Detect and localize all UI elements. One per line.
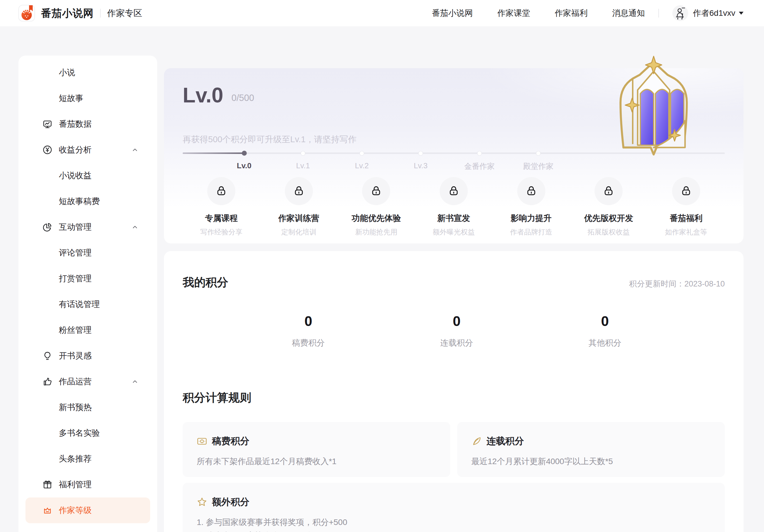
points-title: 我的积分 (183, 274, 228, 290)
sidebar-item-inspiration[interactable]: 开书灵感 (18, 343, 157, 369)
milestone-label-lv0: Lv.0 (237, 161, 252, 170)
stat-fee-points: 0 稿费积分 (234, 313, 383, 349)
rule-card-serial-points: 连载积分 最近12个月累计更新4000字以上天数*5 (457, 422, 725, 477)
crown-icon (43, 505, 59, 515)
sidebar-item-writer-level[interactable]: 作家等级 (26, 497, 150, 523)
sidebar-item-work-operation[interactable]: 作品运营 (18, 369, 157, 395)
level-progress-text: 0/500 (232, 93, 254, 106)
rule-card-extra-points: 额外积分 1. 参与国家级赛事并获得奖项，积分+500 2. 成为中国作家协会会… (183, 483, 725, 532)
stat-serial-points: 0 连载积分 (383, 313, 531, 349)
top-nav: 番茄小说网 作家课堂 作家福利 消息通知 (432, 8, 645, 19)
stat-other-points: 0 其他积分 (531, 313, 679, 349)
sidebar-item-new-book-preheat[interactable]: 新书预热 (18, 395, 157, 420)
sidebar-item-interaction-mgmt[interactable]: 互动管理 (18, 214, 157, 240)
milestone-label-lv1: Lv.1 (296, 161, 310, 170)
brand-name: 番茄小说网 (41, 6, 94, 20)
zone-title: 作家专区 (107, 7, 142, 19)
chevron-up-icon[interactable] (131, 146, 138, 153)
lock-icon (672, 177, 700, 205)
benefit-influence-boost: 影响力提升 作者品牌打造 (492, 177, 570, 237)
lightbulb-icon (43, 351, 59, 361)
locked-benefits-row: 专属课程 写作经验分享 作家训练营 定制化培训 功能优先体验 新功能抢先用 新书… (183, 177, 725, 237)
level-hero-card: Lv.0 0/500 再获得500个积分即可升级至Lv.1，请坚持写作 Lv.0… (164, 68, 743, 244)
milestone-label-lv3: Lv.3 (414, 161, 427, 170)
lock-icon (362, 177, 390, 205)
sidebar-item-tomato-data[interactable]: 番茄数据 (18, 111, 157, 137)
banknote-icon (197, 436, 207, 446)
sidebar-item-headline-recommend[interactable]: 头条推荐 (18, 446, 157, 472)
sidebar-item-novel-revenue[interactable]: 小说收益 (18, 163, 157, 188)
milestone-dot-lv0 (242, 151, 247, 156)
rules-title: 积分计算规则 (183, 390, 251, 406)
data-chart-icon (43, 119, 59, 129)
lock-icon (595, 177, 623, 205)
chevron-down-icon (739, 12, 743, 15)
sidebar-item-reward-mgmt[interactable]: 打赏管理 (18, 266, 157, 291)
nav-item-classroom[interactable]: 作家课堂 (497, 8, 530, 19)
sidebar-item-novel[interactable]: 小说 (18, 60, 157, 86)
level-display: Lv.0 0/500 (183, 85, 254, 106)
rule-card-fee-points: 稿费积分 所有未下架作品最近12个月稿费收入*1 (183, 422, 450, 477)
benefit-tomato-welfare: 番茄福利 如作家礼盒等 (647, 177, 725, 237)
sidebar-item-revenue-analysis[interactable]: 收益分析 (18, 137, 157, 163)
yen-circle-icon (43, 145, 59, 155)
milestone-dot-hall (536, 151, 540, 155)
nav-item-notifications[interactable]: 消息通知 (612, 8, 645, 19)
tomato-logo-icon (18, 5, 35, 22)
brand-divider (100, 9, 101, 18)
lock-icon (207, 177, 235, 205)
benefit-new-book-promo: 新书宣发 额外曝光权益 (415, 177, 493, 237)
milestone-label-gold: 金番作家 (464, 161, 495, 171)
top-header: 番茄小说网 作家专区 番茄小说网 作家课堂 作家福利 消息通知 (0, 0, 764, 26)
level-progress-fill (183, 152, 245, 154)
interaction-pie-icon (43, 222, 59, 232)
nav-divider (658, 9, 659, 18)
points-card: 我的积分 积分更新时间：2023-08-10 0 稿费积分 0 连载积分 0 其… (164, 251, 743, 532)
benefit-exclusive-course: 专属课程 写作经验分享 (183, 177, 260, 237)
nav-item-welfare[interactable]: 作家福利 (555, 8, 588, 19)
thumbs-up-icon (43, 377, 59, 387)
points-stats: 0 稿费积分 0 连载积分 0 其他积分 (234, 313, 679, 349)
sidebar: 小说 短故事 番茄数据 收益分析 小说收益 (18, 56, 157, 532)
sidebar-item-welfare-mgmt[interactable]: 福利管理 (18, 472, 157, 497)
user-menu[interactable]: 作者6d1vxv (672, 5, 743, 21)
extra-rule-line: 1. 参与国家级赛事并获得奖项，积分+500 (197, 516, 711, 529)
milestone-label-lv2: Lv.2 (355, 161, 369, 170)
chevron-up-icon[interactable] (131, 378, 138, 385)
sidebar-item-comment-mgmt[interactable]: 评论管理 (18, 240, 157, 266)
level-value: Lv.0 (183, 85, 223, 106)
star-icon (197, 497, 207, 507)
points-updated-time: 积分更新时间：2023-08-10 (629, 278, 725, 290)
extra-rule-line: 2. 成为中国作家协会会员，积分+500 (197, 529, 711, 532)
milestone-dot-gold (478, 151, 481, 155)
sidebar-item-comments-say-mgmt[interactable]: 有话说管理 (18, 291, 157, 317)
user-name: 作者6d1vxv (693, 8, 735, 19)
level-subtitle: 再获得500个积分即可升级至Lv.1，请坚持写作 (183, 134, 356, 145)
milestone-label-hall: 殿堂作家 (523, 161, 554, 171)
benefit-feature-preview: 功能优先体验 新功能抢先用 (337, 177, 415, 237)
milestone-dot-lv3 (419, 151, 423, 155)
chevron-up-icon[interactable] (131, 224, 138, 231)
milestone-dot-lv1 (301, 151, 305, 155)
sidebar-item-multi-title-test[interactable]: 多书名实验 (18, 420, 157, 446)
sidebar-item-short-story[interactable]: 短故事 (18, 86, 157, 111)
brand-group: 番茄小说网 作家专区 (0, 5, 142, 22)
lock-icon (285, 177, 313, 205)
level-badge (610, 51, 697, 163)
nav-item-home[interactable]: 番茄小说网 (432, 8, 473, 19)
benefit-copyright-dev: 优先版权开发 拓展版权收益 (570, 177, 648, 237)
milestone-dot-lv2 (360, 151, 364, 155)
benefit-training-camp: 作家训练营 定制化培训 (260, 177, 338, 237)
gift-icon (43, 480, 59, 489)
sidebar-item-fans-mgmt[interactable]: 粉丝管理 (18, 317, 157, 343)
lock-icon (440, 177, 468, 205)
quill-icon (471, 436, 482, 446)
avatar (672, 5, 688, 21)
sidebar-item-short-story-fee[interactable]: 短故事稿费 (18, 188, 157, 214)
lock-icon (517, 177, 545, 205)
